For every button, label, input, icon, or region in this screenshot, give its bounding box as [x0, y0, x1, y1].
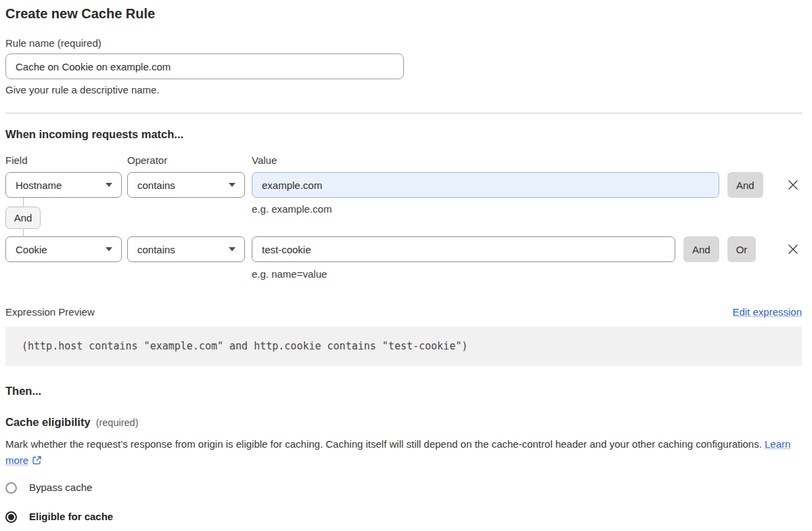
description-text: Mark whether the request’s response from… — [5, 438, 762, 450]
edit-expression-link[interactable]: Edit expression — [732, 306, 802, 318]
condition-row-1: Hostname contains And — [5, 172, 802, 198]
expression-preview-label: Expression Preview — [5, 306, 95, 318]
connector-line — [23, 198, 24, 207]
and-button[interactable]: And — [683, 236, 719, 262]
chevron-down-icon — [106, 247, 112, 251]
field-select-value: Hostname — [16, 179, 62, 191]
connector-and-button[interactable]: And — [5, 207, 41, 229]
value-hint: e.g. example.com — [252, 203, 802, 215]
remove-condition-button[interactable] — [784, 236, 802, 262]
close-icon — [786, 178, 800, 192]
rule-name-helper: Give your rule a descriptive name. — [5, 84, 802, 96]
field-select[interactable]: Cookie — [5, 236, 122, 262]
radio-circle-icon[interactable] — [5, 482, 17, 494]
chevron-down-icon — [229, 247, 235, 251]
operator-select-value: contains — [137, 244, 175, 255]
then-heading: Then... — [5, 384, 802, 398]
bypass-cache-option[interactable]: Bypass cache — [5, 481, 802, 494]
radio-option-label: Bypass cache — [29, 481, 92, 494]
field-column-label: Field — [5, 154, 122, 167]
connector-line — [23, 229, 24, 236]
operator-column-label: Operator — [127, 154, 245, 167]
eligible-for-cache-option[interactable]: Eligible for cache — [5, 510, 802, 524]
value-input[interactable] — [252, 236, 675, 262]
field-select[interactable]: Hostname — [5, 172, 122, 198]
expression-code-block: (http.host contains "example.com" and ht… — [5, 326, 802, 366]
external-link-icon — [32, 455, 42, 465]
match-section-heading: When incoming requests match... — [5, 127, 802, 141]
operator-select[interactable]: contains — [127, 172, 245, 198]
chevron-down-icon — [106, 183, 112, 187]
radio-option-label: Eligible for cache — [29, 510, 113, 524]
cache-eligibility-header: Cache eligibility (required) — [5, 415, 802, 430]
operator-select-value: contains — [137, 179, 175, 191]
value-input[interactable] — [252, 172, 719, 198]
remove-condition-button[interactable] — [784, 172, 802, 198]
operator-select[interactable]: contains — [127, 236, 245, 262]
condition-rows: Hostname contains And e.g. example.com C… — [5, 172, 802, 280]
create-cache-rule-form: Create new Cache Rule Rule name (require… — [0, 0, 812, 524]
value-column-label: Value — [252, 154, 277, 167]
expression-preview-header: Expression Preview Edit expression — [5, 306, 802, 318]
radio-dot-icon[interactable] — [5, 511, 17, 523]
close-icon — [786, 242, 800, 256]
required-note: (required) — [96, 415, 139, 430]
and-button[interactable]: And — [727, 172, 763, 198]
cache-eligibility-description: Mark whether the request’s response from… — [5, 436, 794, 469]
expression-code: (http.host contains "example.com" and ht… — [22, 340, 468, 352]
condition-row-2: Cookie contains And Or — [5, 236, 802, 262]
rule-name-label: Rule name (required) — [5, 37, 802, 49]
section-divider — [5, 112, 802, 114]
page-title: Create new Cache Rule — [5, 4, 802, 23]
field-select-value: Cookie — [16, 244, 47, 255]
rule-name-input[interactable] — [5, 54, 404, 79]
or-button[interactable]: Or — [727, 236, 757, 262]
value-hint: e.g. name=value — [252, 268, 802, 280]
chevron-down-icon — [229, 183, 235, 187]
cache-eligibility-heading: Cache eligibility — [5, 415, 91, 429]
condition-column-headers: Field Operator Value — [5, 154, 802, 167]
